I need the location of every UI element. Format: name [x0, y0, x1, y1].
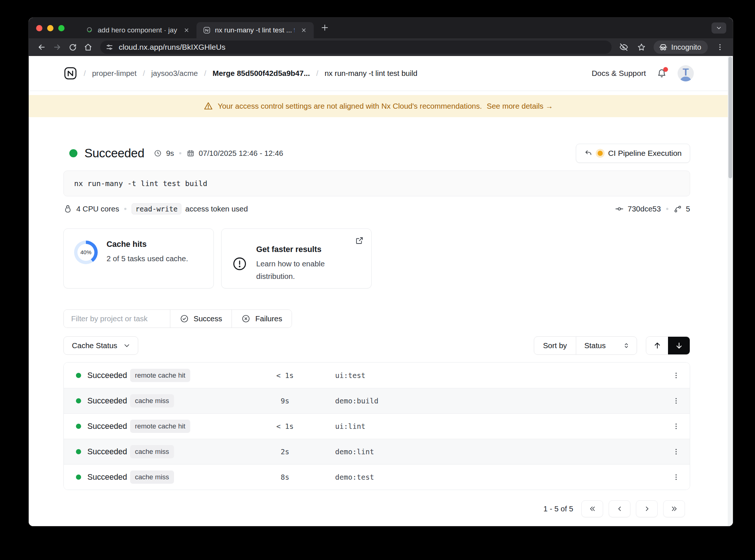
table-row[interactable]: Succeeded remote cache hit < 1s ui:lint: [64, 413, 690, 439]
table-row[interactable]: Succeeded remote cache hit < 1s ui:test: [64, 363, 690, 388]
next-page-button[interactable]: [636, 500, 658, 517]
table-row[interactable]: Succeeded cache miss 8s demo:test: [64, 464, 690, 490]
branch-count[interactable]: 5: [686, 204, 690, 213]
undo-arrow-icon: [584, 149, 592, 157]
minimize-window-button[interactable]: [47, 25, 53, 31]
first-page-button[interactable]: [581, 500, 603, 517]
failures-filter-button[interactable]: Failures: [232, 310, 292, 328]
site-settings-icon[interactable]: [103, 42, 116, 52]
browser-menu-kebab-icon[interactable]: [712, 40, 728, 55]
page-scrollbar[interactable]: [728, 56, 733, 526]
faster-results-title: Get faster results: [256, 245, 343, 254]
sort-ascending-button[interactable]: [646, 337, 668, 354]
notifications-bell-icon[interactable]: [657, 69, 667, 78]
cache-tag: remote cache hit: [130, 369, 190, 382]
pagination-range: 1 - 5 of 5: [543, 504, 573, 513]
close-tab-icon[interactable]: [299, 25, 309, 35]
breadcrumb-merge[interactable]: Merge 85d500f42d5a9b47...: [198, 69, 310, 78]
table-row[interactable]: Succeeded cache miss 9s demo:build: [64, 388, 690, 413]
commit-sha[interactable]: 730dce53: [628, 204, 661, 213]
task-duration: 8s: [263, 473, 307, 482]
banner-message: Your access control settings are not ali…: [218, 102, 482, 111]
chevron-down-icon: [123, 342, 131, 349]
separator-dot: [666, 208, 668, 210]
forward-icon[interactable]: [49, 40, 65, 55]
task-name[interactable]: demo:test: [335, 473, 374, 482]
task-name[interactable]: demo:lint: [335, 448, 374, 456]
success-filter-button[interactable]: Success: [170, 310, 232, 328]
previous-page-button[interactable]: [609, 500, 630, 517]
nx-logo-icon: [203, 27, 211, 34]
calendar-icon: [187, 149, 195, 157]
row-menu-kebab-icon[interactable]: [669, 394, 683, 408]
ci-pipeline-execution-button[interactable]: CI Pipeline Execution: [576, 144, 690, 163]
row-menu-kebab-icon[interactable]: [669, 445, 683, 459]
task-status-dot: [76, 424, 81, 429]
external-link-icon[interactable]: [355, 236, 364, 245]
avatar[interactable]: T: [678, 65, 694, 81]
banner-see-more-link[interactable]: See more details →: [487, 102, 553, 111]
cache-status-label: Cache Status: [72, 341, 117, 350]
table-row[interactable]: Succeeded cache miss 2s demo:lint: [64, 439, 690, 464]
browser-window: add hero component · jaysoo nx run-many …: [29, 18, 733, 526]
task-name[interactable]: ui:lint: [335, 422, 365, 431]
access-control-banner: Your access control settings are not ali…: [29, 95, 728, 117]
tab-nx-run[interactable]: nx run-many -t lint test ... fro: [196, 22, 314, 38]
cache-status-dropdown[interactable]: Cache Status: [63, 336, 138, 355]
task-duration: < 1s: [263, 371, 307, 379]
incognito-icon: [659, 43, 668, 52]
run-heading-row: Succeeded 9s 07/10/2025 12:46 - 12:46: [63, 144, 690, 163]
get-faster-results-card[interactable]: Get faster results Learn how to enable d…: [221, 228, 372, 288]
zoom-window-button[interactable]: [58, 25, 65, 31]
cache-hits-card[interactable]: 40% Cache hits 2 of 5 tasks used cache.: [63, 228, 214, 288]
breadcrumb-workspace[interactable]: proper-limpet: [81, 69, 136, 78]
avatar-arc: [680, 77, 692, 81]
filter-row: Success Failures: [63, 309, 690, 328]
cache-hits-percent: 40%: [74, 241, 98, 264]
scrollbar-thumb[interactable]: [728, 57, 732, 178]
row-menu-kebab-icon[interactable]: [669, 368, 683, 382]
reload-icon[interactable]: [65, 40, 80, 55]
task-status-dot: [76, 398, 81, 403]
task-status: Succeeded: [87, 371, 127, 380]
new-tab-button[interactable]: [317, 20, 332, 35]
cache-tag: cache miss: [130, 394, 174, 407]
clock-icon: [154, 149, 162, 157]
task-name[interactable]: ui:test: [335, 371, 365, 379]
window-controls: [36, 25, 65, 31]
nx-cloud-logo-icon[interactable]: [63, 66, 77, 80]
sort-by-select[interactable]: Status: [576, 337, 637, 354]
cache-tag: cache miss: [130, 445, 174, 458]
breadcrumb-run[interactable]: nx run-many -t lint test build: [310, 69, 418, 78]
row-menu-kebab-icon[interactable]: [669, 470, 683, 484]
row-menu-kebab-icon[interactable]: [669, 419, 683, 433]
sort-controls: Sort by Status: [534, 336, 690, 355]
home-icon[interactable]: [80, 40, 96, 55]
task-name[interactable]: demo:build: [335, 397, 378, 405]
breadcrumb-repo[interactable]: jaysoo3/acme: [136, 69, 198, 78]
back-icon[interactable]: [34, 40, 49, 55]
tab-title: nx run-many -t lint test ... fro: [215, 26, 295, 34]
incognito-badge[interactable]: Incognito: [654, 41, 708, 54]
commit-icon: [615, 204, 624, 213]
close-tab-icon[interactable]: [182, 25, 191, 35]
success-filter-label: Success: [194, 314, 222, 323]
last-page-button[interactable]: [663, 500, 685, 517]
filter-input[interactable]: [64, 310, 170, 328]
tab-search-chevron-button[interactable]: [711, 22, 726, 34]
task-status-dot: [76, 449, 81, 454]
cache-hits-subtitle: 2 of 5 tasks used cache.: [107, 252, 188, 265]
summary-cards: 40% Cache hits 2 of 5 tasks used cache.: [63, 228, 690, 288]
task-duration: < 1s: [263, 422, 307, 431]
cpu-cores-label: 4 CPU cores: [76, 204, 119, 213]
faster-results-subtitle: Learn how to enable distribution.: [256, 258, 343, 283]
close-window-button[interactable]: [36, 25, 42, 31]
sort-descending-button[interactable]: [668, 337, 690, 354]
page-content: proper-limpet jaysoo3/acme Merge 85d500f…: [29, 56, 733, 526]
tracking-protection-eye-icon[interactable]: [616, 40, 632, 55]
url-bar[interactable]: cloud.nx.app/runs/BkIXGHleUs: [100, 41, 612, 54]
tab-pull-request[interactable]: add hero component · jaysoo: [79, 22, 196, 38]
bookmark-star-icon[interactable]: [634, 40, 649, 55]
docs-support-link[interactable]: Docs & Support: [592, 69, 646, 78]
select-chevrons-icon: [623, 342, 630, 349]
